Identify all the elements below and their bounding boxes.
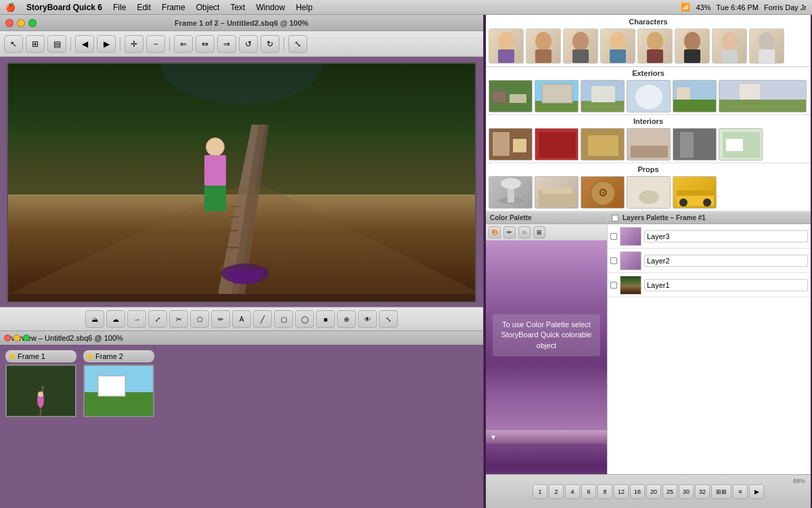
prop-5[interactable] (673, 176, 717, 209)
exterior-1[interactable] (489, 80, 533, 112)
palette-btn-2[interactable]: ✏ (503, 226, 516, 238)
num-6[interactable]: 6 (581, 484, 596, 499)
character-5[interactable] (637, 28, 673, 64)
rect-fill-btn[interactable]: ■ (316, 310, 335, 328)
character-figure[interactable] (195, 137, 235, 226)
scale-tool[interactable]: ⤡ (288, 35, 307, 53)
character-6[interactable] (675, 28, 710, 64)
character-7[interactable] (712, 28, 747, 64)
arrow-btn[interactable]: → (127, 310, 146, 328)
layer-1-name[interactable] (644, 279, 808, 291)
layer-2-vis[interactable] (610, 257, 617, 264)
layer-1-vis[interactable] (610, 282, 617, 289)
line-btn[interactable]: ╱ (253, 310, 272, 328)
prop-4[interactable] (627, 176, 671, 209)
num-20[interactable]: 20 (646, 484, 661, 499)
num-16[interactable]: 16 (630, 484, 645, 499)
pencil-btn[interactable]: ✏ (211, 310, 230, 328)
prev-frame[interactable]: ◀ (75, 35, 94, 53)
palette-btn-3[interactable]: ○ (518, 226, 531, 238)
menu-window[interactable]: Window (250, 0, 290, 15)
text-btn[interactable]: A (232, 310, 251, 328)
pointer-tool[interactable]: ↖ (4, 35, 23, 53)
overview-min[interactable] (14, 335, 20, 341)
layer-3-thumb[interactable] (620, 227, 641, 246)
expand2-btn[interactable]: ⤡ (379, 310, 398, 328)
menu-edit[interactable]: Edit (131, 0, 156, 15)
num-25[interactable]: 25 (662, 484, 677, 499)
interior-5[interactable] (673, 128, 717, 161)
exterior-wide[interactable] (719, 80, 807, 112)
character-1[interactable] (489, 28, 524, 64)
layer-2-thumb[interactable] (620, 251, 641, 270)
character-4[interactable] (600, 28, 635, 64)
frame-2-thumbnail[interactable] (83, 364, 154, 417)
canvas-area[interactable] (7, 62, 476, 303)
layers-vis-toggle[interactable] (612, 215, 618, 221)
layer-1-thumb[interactable] (620, 276, 641, 295)
minimize-button[interactable] (17, 19, 25, 27)
eye-btn[interactable]: 👁 (358, 310, 377, 328)
num-2[interactable]: 2 (549, 484, 564, 499)
close-button[interactable] (5, 19, 14, 27)
app-name[interactable]: StoryBoard Quick 6 (21, 0, 108, 15)
character-8[interactable] (749, 28, 784, 64)
prop-1[interactable] (489, 176, 533, 209)
sidebar-btn[interactable]: ▶ (749, 484, 764, 499)
remove-tool[interactable]: − (146, 35, 165, 53)
interior-2[interactable] (535, 128, 579, 161)
move-fwd[interactable]: ⇒ (217, 35, 236, 53)
apple-menu[interactable]: 🍎 (0, 0, 21, 15)
prop-2[interactable] (535, 176, 579, 209)
interior-1[interactable] (489, 128, 533, 161)
num-30[interactable]: 30 (679, 484, 694, 499)
flip-h[interactable]: ⇔ (196, 35, 215, 53)
maximize-button[interactable] (28, 19, 37, 27)
move-btn[interactable]: ⛰ (85, 310, 104, 328)
exterior-4[interactable] (627, 80, 671, 112)
num-32[interactable]: 32 (695, 484, 710, 499)
menu-file[interactable]: File (108, 0, 131, 15)
exterior-5[interactable] (673, 80, 717, 112)
move-back[interactable]: ⇐ (174, 35, 193, 53)
overview-close[interactable] (4, 335, 11, 341)
rotate-left[interactable]: ↺ (239, 35, 258, 53)
crop-btn[interactable]: ✂ (169, 310, 188, 328)
rotate-right[interactable]: ↻ (261, 35, 279, 53)
num-8[interactable]: 8 (597, 484, 612, 499)
interior-6[interactable] (719, 128, 763, 161)
frame-1-thumbnail[interactable] (5, 364, 76, 417)
layer-3-vis[interactable] (610, 233, 617, 240)
overview-max[interactable] (23, 335, 30, 341)
exterior-2[interactable] (535, 80, 579, 112)
stamp-btn[interactable]: ⊕ (337, 310, 356, 328)
grid-view-btn[interactable]: ⊞⊞ (711, 484, 731, 499)
polygon-btn[interactable]: ⬠ (190, 310, 209, 328)
next-frame[interactable]: ▶ (97, 35, 116, 53)
grid-tool[interactable]: ⊞ (26, 35, 45, 53)
layer-2-name[interactable] (644, 255, 808, 267)
exterior-3[interactable] (581, 80, 625, 112)
rect-outline-btn[interactable]: ▢ (274, 310, 293, 328)
num-12[interactable]: 12 (614, 484, 629, 499)
add-tool[interactable]: ✛ (125, 35, 143, 53)
character-2[interactable] (526, 28, 561, 64)
interior-3[interactable] (581, 128, 625, 161)
list-view-btn[interactable]: ≡ (733, 484, 748, 499)
expand-btn[interactable]: ⤢ (148, 310, 167, 328)
menu-text[interactable]: Text (225, 0, 250, 15)
num-1[interactable]: 1 (533, 484, 547, 499)
character-3[interactable] (563, 28, 598, 64)
oval-btn[interactable]: ◯ (295, 310, 314, 328)
layer-3-name[interactable] (644, 230, 808, 242)
interior-4[interactable] (627, 128, 671, 161)
palette-btn-4[interactable]: ⊞ (533, 226, 545, 238)
num-4[interactable]: 4 (565, 484, 580, 499)
panel-tool[interactable]: ▤ (47, 35, 66, 53)
prop-3[interactable]: ⚙ (581, 176, 625, 209)
menu-object[interactable]: Object (191, 0, 225, 15)
menu-frame[interactable]: Frame (156, 0, 191, 15)
palette-btn-1[interactable]: 🎨 (489, 226, 501, 238)
menu-help[interactable]: Help (290, 0, 318, 15)
cloud-btn[interactable]: ☁ (106, 310, 125, 328)
